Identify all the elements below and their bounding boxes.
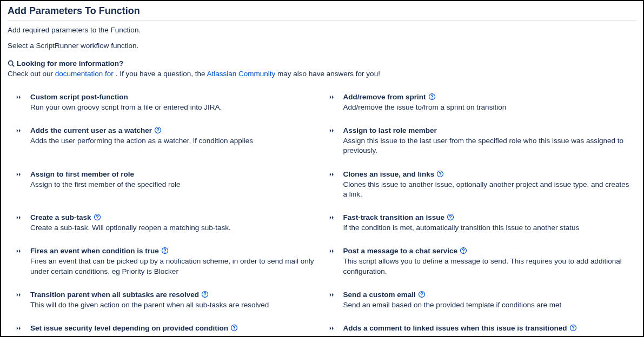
functions-grid: Custom script post-functionRun your own … xyxy=(8,92,636,337)
expand-arrow-icon xyxy=(329,93,337,103)
function-item[interactable]: Adds the current user as a watcherAdds t… xyxy=(16,125,318,156)
function-description: This script allows you to define a messa… xyxy=(343,257,632,276)
expand-arrow-icon xyxy=(329,170,337,180)
svg-point-7 xyxy=(440,175,441,176)
function-body: Send a custom emailSend an email based o… xyxy=(343,289,632,310)
function-body: Transition parent when all subtasks are … xyxy=(30,289,318,310)
function-body: Add/remove from sprintAdd/remove the iss… xyxy=(343,92,632,112)
svg-point-11 xyxy=(450,219,450,219)
help-icon[interactable] xyxy=(569,324,577,332)
function-item[interactable]: Send a custom emailSend an email based o… xyxy=(329,289,632,310)
function-description: Add/remove the issue to/from a sprint on… xyxy=(343,103,632,112)
expand-arrow-icon xyxy=(16,213,24,223)
function-body: Custom script post-functionRun your own … xyxy=(30,92,318,112)
function-description: If the condition is met, automatically t… xyxy=(343,223,632,233)
function-item[interactable]: Assign to first member of roleAssign to … xyxy=(16,169,318,199)
function-item[interactable]: Assign to last role memberAssign this is… xyxy=(329,125,632,156)
subhead-text: Select a ScriptRunner workflow function. xyxy=(8,42,636,50)
title-divider xyxy=(8,20,636,21)
help-icon[interactable] xyxy=(201,291,209,298)
function-title: Assign to first member of role xyxy=(30,170,134,178)
expand-arrow-icon xyxy=(16,126,24,136)
function-description: Useful for alerting participants of othe… xyxy=(343,334,632,337)
function-description: Clones this issue to another issue, opti… xyxy=(343,180,632,199)
function-body: Fast-track transition an issueIf the con… xyxy=(343,212,632,233)
function-title: Adds a comment to linked issues when thi… xyxy=(343,324,567,332)
function-description: Send an email based on the provided temp… xyxy=(343,300,632,310)
function-item[interactable]: Fires an event when condition is trueFir… xyxy=(16,246,318,276)
info-heading-text: Looking for more information? xyxy=(17,59,123,68)
function-title: Clones an issue, and links xyxy=(343,170,435,178)
info-heading: Looking for more information? xyxy=(8,59,636,68)
function-title: Create a sub-task xyxy=(30,213,91,221)
function-title: Post a message to a chat service xyxy=(343,247,458,255)
function-item[interactable]: Create a sub-taskCreate a sub-task. Will… xyxy=(16,212,318,233)
svg-point-0 xyxy=(9,61,13,65)
svg-point-19 xyxy=(421,295,422,296)
function-item[interactable]: Clones an issue, and linksClones this is… xyxy=(329,169,632,199)
function-title: Send a custom email xyxy=(343,291,416,299)
svg-point-15 xyxy=(463,252,464,253)
function-title: Transition parent when all subtasks are … xyxy=(30,291,199,299)
info-suffix: may also have answers for you! xyxy=(275,70,380,78)
lead-text: Add required parameters to the Function. xyxy=(8,26,636,34)
info-middle: . If you have a question, the xyxy=(116,70,207,78)
function-item[interactable]: Add/remove from sprintAdd/remove the iss… xyxy=(329,92,632,112)
function-description: Assign this issue to the last user from … xyxy=(343,136,632,156)
help-icon[interactable] xyxy=(447,213,454,221)
svg-point-3 xyxy=(431,98,432,99)
help-icon[interactable] xyxy=(418,291,426,298)
expand-arrow-icon xyxy=(16,291,24,300)
page-title: Add Parameters To Function xyxy=(8,5,636,20)
function-description: Sets issue security if the provided cond… xyxy=(30,334,318,337)
function-body: Assign to first member of roleAssign to … xyxy=(30,169,318,190)
help-icon[interactable] xyxy=(161,247,169,254)
function-item[interactable]: Adds a comment to linked issues when thi… xyxy=(329,323,632,337)
function-item[interactable]: Post a message to a chat serviceThis scr… xyxy=(329,246,632,276)
expand-arrow-icon xyxy=(16,247,24,257)
search-icon xyxy=(8,60,15,67)
function-title: Fires an event when condition is true xyxy=(30,247,159,255)
expand-arrow-icon xyxy=(329,291,337,300)
function-description: Adds the user performing the action as a… xyxy=(30,136,318,146)
function-body: Create a sub-taskCreate a sub-task. Will… xyxy=(30,212,318,233)
expand-arrow-icon xyxy=(16,324,24,334)
community-link[interactable]: Atlassian Community xyxy=(207,70,276,78)
help-icon[interactable] xyxy=(94,213,101,221)
help-icon[interactable] xyxy=(436,170,444,178)
function-body: Set issue security level depending on pr… xyxy=(30,323,318,337)
help-icon[interactable] xyxy=(460,247,467,254)
function-description: This will do the given action on the par… xyxy=(30,300,318,310)
function-item[interactable]: Fast-track transition an issueIf the con… xyxy=(329,212,632,233)
function-body: Adds a comment to linked issues when thi… xyxy=(343,323,632,337)
help-icon[interactable] xyxy=(154,126,162,134)
svg-point-5 xyxy=(157,132,158,132)
help-icon[interactable] xyxy=(230,324,238,332)
info-text: Check out our documentation for . If you… xyxy=(8,70,636,78)
function-title: Custom script post-function xyxy=(30,93,128,101)
svg-line-1 xyxy=(12,65,14,66)
svg-point-13 xyxy=(164,252,165,253)
function-title: Assign to last role member xyxy=(343,126,437,134)
help-icon[interactable] xyxy=(428,93,436,100)
expand-arrow-icon xyxy=(329,324,337,334)
svg-point-21 xyxy=(234,329,234,330)
svg-point-17 xyxy=(204,295,205,296)
function-item[interactable]: Custom script post-functionRun your own … xyxy=(16,92,318,112)
function-title: Adds the current user as a watcher xyxy=(30,126,152,134)
function-item[interactable]: Transition parent when all subtasks are … xyxy=(16,289,318,310)
svg-point-23 xyxy=(573,329,573,330)
function-description: Create a sub-task. Will optionally reope… xyxy=(30,223,318,233)
function-item[interactable]: Set issue security level depending on pr… xyxy=(16,323,318,337)
expand-arrow-icon xyxy=(16,170,24,180)
function-description: Run your own groovy script from a file o… xyxy=(30,103,318,112)
function-title: Add/remove from sprint xyxy=(343,93,426,101)
function-body: Assign to last role memberAssign this is… xyxy=(343,125,632,156)
function-body: Adds the current user as a watcherAdds t… xyxy=(30,125,318,146)
function-description: Fires an event that can be picked up by … xyxy=(30,257,318,276)
documentation-link[interactable]: documentation for xyxy=(55,70,116,78)
expand-arrow-icon xyxy=(16,93,24,103)
expand-arrow-icon xyxy=(329,247,337,257)
function-body: Clones an issue, and linksClones this is… xyxy=(343,169,632,199)
expand-arrow-icon xyxy=(329,126,337,136)
